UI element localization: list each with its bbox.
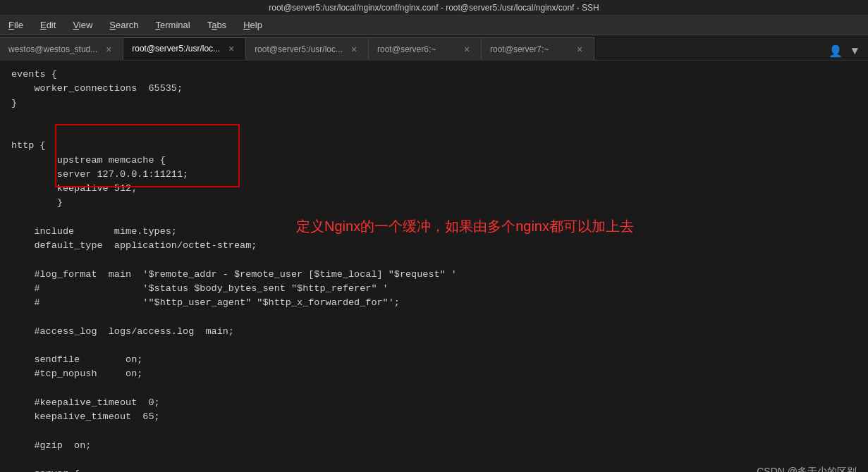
tab-5-close[interactable]: × (574, 44, 585, 55)
tab-icon-person[interactable]: 👤 (824, 43, 847, 60)
terminal-content[interactable]: events { worker_connections 65535; } htt… (0, 61, 868, 472)
tab-4-close[interactable]: × (461, 44, 472, 55)
code-content: events { worker_connections 65535; } htt… (11, 68, 857, 472)
tab-3-label: root@server5:/usr/loc... (255, 44, 343, 54)
tab-2[interactable]: root@server5:/usr/loc... × (123, 37, 246, 60)
tab-4-label: root@server6:~ (377, 44, 456, 54)
watermark: CSDN @多于少的区别 (757, 464, 857, 472)
menu-edit[interactable]: Edit (37, 18, 59, 32)
menubar: File Edit View Search Terminal Tabs Help (0, 15, 868, 35)
tab-2-label: root@server5:/usr/loc... (132, 44, 220, 54)
annotation-text: 定义Nginx的一个缓冲，如果由多个nginx都可以加上去 (296, 216, 634, 237)
tab-1-close[interactable]: × (103, 44, 114, 55)
menu-view[interactable]: View (70, 18, 95, 32)
title-bar: root@server5:/usr/local/nginx/conf/nginx… (0, 0, 868, 15)
tab-5[interactable]: root@server7:~ × (482, 37, 594, 60)
menu-search[interactable]: Search (106, 18, 141, 32)
tab-dropdown[interactable]: ▼ (847, 44, 862, 59)
tab-4[interactable]: root@server6:~ × (369, 37, 482, 60)
tab-actions: 👤 ▼ (819, 43, 868, 60)
tab-3[interactable]: root@server5:/usr/loc... × (246, 37, 369, 60)
tab-3-close[interactable]: × (348, 44, 360, 55)
menu-help[interactable]: Help (240, 18, 265, 32)
menu-file[interactable]: File (6, 18, 26, 32)
tab-1[interactable]: westos@westos_stud... × (0, 37, 123, 60)
tab-2-close[interactable]: × (226, 43, 237, 54)
title-text: root@server5:/usr/local/nginx/conf/nginx… (269, 3, 599, 13)
tab-1-label: westos@westos_stud... (8, 44, 97, 54)
menu-tabs[interactable]: Tabs (204, 18, 229, 32)
menu-terminal[interactable]: Terminal (153, 18, 193, 32)
tabbar: westos@westos_stud... × root@server5:/us… (0, 35, 868, 61)
tab-5-label: root@server7:~ (490, 44, 568, 54)
